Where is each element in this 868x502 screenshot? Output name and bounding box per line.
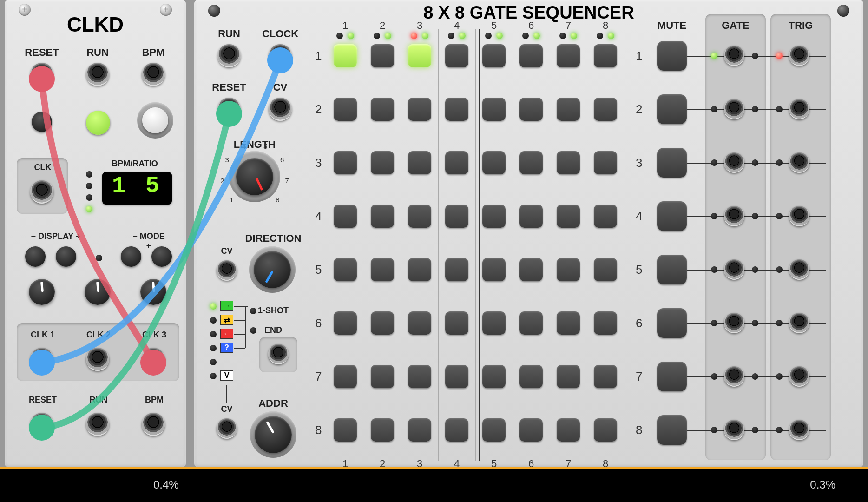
button-display-plus[interactable] [56,246,76,267]
grid-cell[interactable] [445,258,468,281]
jack-gate-out[interactable] [724,206,744,226]
grid-cell[interactable] [371,151,394,174]
dir-voltage-icon[interactable]: V [220,370,233,381]
mute-button[interactable] [657,415,687,445]
mute-button[interactable] [657,41,687,71]
grid-cell[interactable] [371,44,394,67]
grid-cell[interactable] [408,258,431,281]
grid-cell[interactable] [594,365,617,388]
grid-cell[interactable] [445,44,468,67]
button-run-active[interactable] [86,111,110,135]
grid-cell[interactable] [594,151,617,174]
jack-gate-out[interactable] [724,259,744,280]
jack-run-out[interactable] [86,413,109,436]
jack-trig-out[interactable] [789,152,809,173]
mute-button[interactable] [657,255,687,284]
jack-end[interactable] [268,344,289,364]
grid-cell[interactable] [445,205,468,228]
dir-random-icon[interactable]: ? [220,343,233,353]
grid-cell[interactable] [594,44,617,67]
grid-cell[interactable] [557,311,580,335]
grid-cell[interactable] [334,151,357,174]
knob-ratio-3[interactable] [140,279,166,305]
dir-pingpong-icon[interactable]: ⇄ [220,315,233,325]
grid-cell[interactable] [557,151,580,174]
grid-cell[interactable] [408,98,431,121]
grid-cell[interactable] [519,205,543,228]
jack-trig-out[interactable] [789,259,809,280]
grid-cell[interactable] [482,258,506,281]
grid-cell[interactable] [519,98,543,121]
jack-gate-out[interactable] [724,420,744,440]
grid-cell[interactable] [557,365,580,388]
grid-cell[interactable] [371,365,394,388]
mute-button[interactable] [657,362,687,391]
grid-cell[interactable] [519,44,543,67]
knob-ratio-2[interactable] [85,279,111,305]
jack-trig-out[interactable] [789,313,809,333]
grid-cell[interactable] [557,44,580,67]
grid-cell[interactable] [482,151,506,174]
grid-cell[interactable] [519,151,543,174]
grid-cell[interactable] [334,258,357,281]
jack-trig-out[interactable] [789,46,809,66]
grid-cell[interactable] [371,311,394,335]
jack-seq-cv[interactable] [269,98,292,121]
jack-gate-out[interactable] [724,152,744,173]
grid-cell[interactable] [334,418,357,442]
grid-cell[interactable] [334,365,357,388]
jack-seq-run[interactable] [217,44,241,67]
knob-length[interactable] [236,158,273,195]
grid-cell[interactable] [557,205,580,228]
grid-cell[interactable] [334,205,357,228]
jack-trig-out[interactable] [789,206,809,226]
mute-button[interactable] [657,94,687,124]
grid-cell[interactable] [594,98,617,121]
jack-clk2-out[interactable] [86,348,109,371]
mute-button[interactable] [657,201,687,231]
grid-cell[interactable] [482,44,506,67]
grid-cell[interactable] [445,418,468,442]
knob-direction[interactable] [254,251,291,288]
grid-cell[interactable] [594,418,617,442]
grid-cell[interactable] [334,44,357,67]
grid-cell[interactable] [519,311,543,335]
grid-cell[interactable] [519,418,543,442]
grid-cell[interactable] [519,365,543,388]
jack-gate-out[interactable] [724,46,744,66]
jack-bpm-in[interactable] [142,63,165,86]
jack-clk-out[interactable] [30,180,53,204]
grid-cell[interactable] [482,418,506,442]
grid-cell[interactable] [371,418,394,442]
mute-button[interactable] [657,308,687,338]
grid-cell[interactable] [445,98,468,121]
knob-bpm[interactable] [142,107,168,133]
grid-cell[interactable] [408,205,431,228]
grid-cell[interactable] [445,365,468,388]
button-display-minus[interactable] [25,246,46,267]
mute-button[interactable] [657,148,687,178]
jack-trig-out[interactable] [789,99,809,119]
jack-run-in[interactable] [86,63,109,86]
grid-cell[interactable] [482,98,506,121]
button-mode-plus[interactable] [151,246,172,267]
grid-cell[interactable] [408,365,431,388]
dir-forward-icon[interactable]: → [220,301,233,311]
grid-cell[interactable] [334,98,357,121]
dir-reverse-icon[interactable]: ← [220,329,233,339]
grid-cell[interactable] [557,98,580,121]
grid-cell[interactable] [445,311,468,335]
grid-cell[interactable] [482,365,506,388]
grid-cell[interactable] [371,258,394,281]
grid-cell[interactable] [482,311,506,335]
jack-direction-cv[interactable] [217,260,237,281]
jack-gate-out[interactable] [724,313,744,333]
grid-cell[interactable] [371,98,394,121]
grid-cell[interactable] [594,258,617,281]
grid-cell[interactable] [594,205,617,228]
grid-cell[interactable] [557,418,580,442]
grid-cell[interactable] [482,205,506,228]
grid-cell[interactable] [408,44,431,67]
knob-ratio-1[interactable] [29,279,55,305]
jack-gate-out[interactable] [724,366,744,387]
